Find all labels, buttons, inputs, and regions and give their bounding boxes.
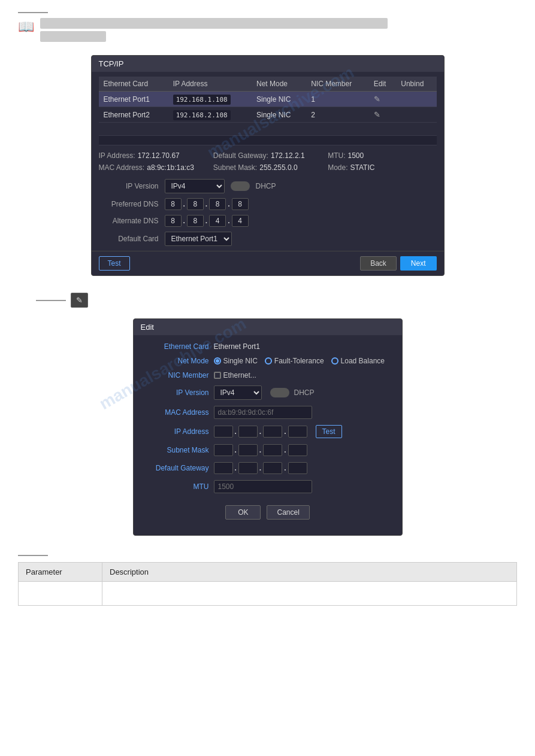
ip-version-select[interactable]: IPv4 IPv6 [165, 179, 225, 193]
mac-value: a8:9c:1b:1a:c3 [147, 163, 194, 172]
ip-version-label: IP Version [99, 182, 159, 190]
dns2-seg1[interactable] [165, 215, 182, 227]
table-row[interactable]: Ethernet Port2 192.168.2.108 Single NIC … [99, 107, 437, 123]
param-row1-param [19, 582, 102, 606]
note-text-bar-2 [40, 31, 106, 42]
preferred-dns-row: Preferred DNS . . . [99, 198, 437, 210]
dns1-seg4[interactable] [232, 198, 249, 210]
edit-ip-seg1[interactable] [214, 426, 233, 438]
param-table-col-desc: Description [102, 563, 517, 582]
gateway-info: Default Gateway: 172.12.2.1 [213, 151, 322, 160]
edit-gateway-seg3[interactable] [263, 462, 282, 474]
edit-pencil-button[interactable]: ✎ [71, 293, 88, 308]
edit-dhcp-toggle[interactable] [270, 388, 289, 397]
edit-subnet-seg2[interactable] [238, 444, 258, 456]
top-divider [18, 12, 48, 13]
edit-test-button[interactable]: Test [316, 425, 342, 438]
edit-dhcp-label: DHCP [294, 388, 315, 397]
edit-subnet-seg4[interactable] [288, 444, 307, 456]
alternate-dns-input: . . . [165, 215, 249, 227]
table-row [19, 582, 517, 606]
net-mode-radio-group: Single NIC Fault-Tolerance Load Balance [214, 357, 385, 365]
mid-divider [36, 300, 66, 301]
next-button[interactable]: Next [400, 256, 437, 271]
edit-mac-input[interactable] [214, 406, 312, 419]
nic-table: Ethernet Card IP Address Net Mode NIC Me… [99, 77, 437, 145]
mtu-value: 1500 [347, 151, 364, 160]
mid-section: ✎ [36, 293, 517, 308]
ok-button[interactable]: OK [225, 505, 261, 520]
edit-mac-label: MAC Address [143, 408, 209, 417]
net-mode-single-nic[interactable]: Single NIC [214, 357, 258, 365]
mac-info: MAC Address: a8:9c:1b:1a:c3 [99, 163, 207, 172]
row2-mode: Single NIC [252, 107, 306, 123]
back-button[interactable]: Back [360, 256, 397, 271]
radio-load-balance-label: Load Balance [341, 357, 385, 365]
edit-mtu-label: MTU [143, 482, 209, 491]
edit-row1-icon[interactable]: ✎ [374, 95, 380, 104]
param-table-col-param: Parameter [19, 563, 102, 582]
mode-value: STATIC [350, 163, 375, 172]
edit-subnet-row: Subnet Mask . . . [143, 444, 392, 456]
row1-member: 1 [306, 92, 368, 107]
edit-dialog-container: manualsarchive.com Edit Ethernet Card Et… [18, 318, 517, 550]
alternate-dns-label: Alternate DNS [99, 217, 159, 225]
dns1-seg1[interactable] [165, 198, 182, 210]
net-mode-fault-tolerance[interactable]: Fault-Tolerance [265, 357, 324, 365]
row1-edit[interactable]: ✎ [369, 92, 397, 107]
bottom-divider [18, 555, 48, 556]
edit-nic-member-row: NIC Member Ethernet... [143, 371, 392, 379]
dns1-seg3[interactable] [209, 198, 226, 210]
row1-unbind [396, 92, 436, 107]
net-mode-load-balance[interactable]: Load Balance [331, 357, 385, 365]
edit-gateway-seg4[interactable] [288, 462, 307, 474]
edit-gateway-label: Default Gateway [143, 464, 209, 472]
edit-gateway-seg1[interactable] [214, 462, 233, 474]
edit-ip-seg3[interactable] [263, 426, 282, 438]
book-icon: 📖 [18, 19, 34, 35]
dhcp-toggle[interactable] [231, 181, 250, 191]
edit-mtu-row: MTU [143, 480, 392, 493]
default-card-select[interactable]: Ethernet Port1 Ethernet Port2 [165, 232, 232, 246]
edit-row2-icon[interactable]: ✎ [374, 110, 380, 119]
cancel-button[interactable]: Cancel [267, 505, 309, 520]
table-row[interactable]: Ethernet Port1 192.168.1.108 Single NIC … [99, 92, 437, 107]
edit-mtu-input[interactable] [214, 480, 312, 493]
edit-gateway-seg2[interactable] [238, 462, 258, 474]
edit-ethernet-card-row: Ethernet Card Ethernet Port1 [143, 342, 392, 351]
edit-subnet-seg1[interactable] [214, 444, 233, 456]
top-section: 📖 [18, 12, 517, 44]
subnet-label: Subnet Mask: [213, 163, 257, 172]
mode-info: Mode: STATIC [328, 163, 436, 172]
edit-dialog-body: Ethernet Card Ethernet Port1 Net Mode Si… [134, 335, 402, 535]
edit-ip-version-row: IP Version IPv4 IPv6 DHCP [143, 385, 392, 400]
ip-address-value: 172.12.70.67 [138, 151, 180, 160]
preferred-dns-label: Preferred DNS [99, 200, 159, 208]
dns2-seg3[interactable] [209, 215, 226, 227]
alternate-dns-row: Alternate DNS . . . [99, 215, 437, 227]
edit-ip-seg4[interactable] [288, 426, 307, 438]
radio-single-nic-dot [214, 357, 221, 365]
subnet-info: Subnet Mask: 255.255.0.0 [213, 163, 322, 172]
mode-label: Mode: [328, 163, 347, 172]
edit-subnet-label: Subnet Mask [143, 446, 209, 454]
tcpip-dialog: manualsarchive.com TCP/IP Ethernet Card … [18, 55, 517, 287]
dhcp-label: DHCP [256, 182, 276, 190]
radio-load-balance-dot [331, 357, 338, 365]
edit-ip-version-select[interactable]: IPv4 IPv6 [214, 385, 262, 400]
param-table-wrapper: Parameter Description [18, 562, 517, 606]
row2-ip: 192.168.2.108 [168, 107, 252, 123]
dns1-seg2[interactable] [187, 198, 204, 210]
row2-edit[interactable]: ✎ [369, 107, 397, 123]
edit-subnet-seg3[interactable] [263, 444, 282, 456]
edit-ip-seg2[interactable] [238, 426, 258, 438]
test-button[interactable]: Test [99, 256, 130, 271]
edit-ethernet-card-label: Ethernet Card [143, 342, 209, 351]
nic-member-checkbox[interactable]: Ethernet... [214, 371, 256, 379]
row2-unbind [396, 107, 436, 123]
nic-member-option: Ethernet... [223, 371, 256, 379]
dns2-seg4[interactable] [232, 215, 249, 227]
dns2-seg2[interactable] [187, 215, 204, 227]
edit-mac-row: MAC Address [143, 406, 392, 419]
row2-card: Ethernet Port2 [99, 107, 168, 123]
